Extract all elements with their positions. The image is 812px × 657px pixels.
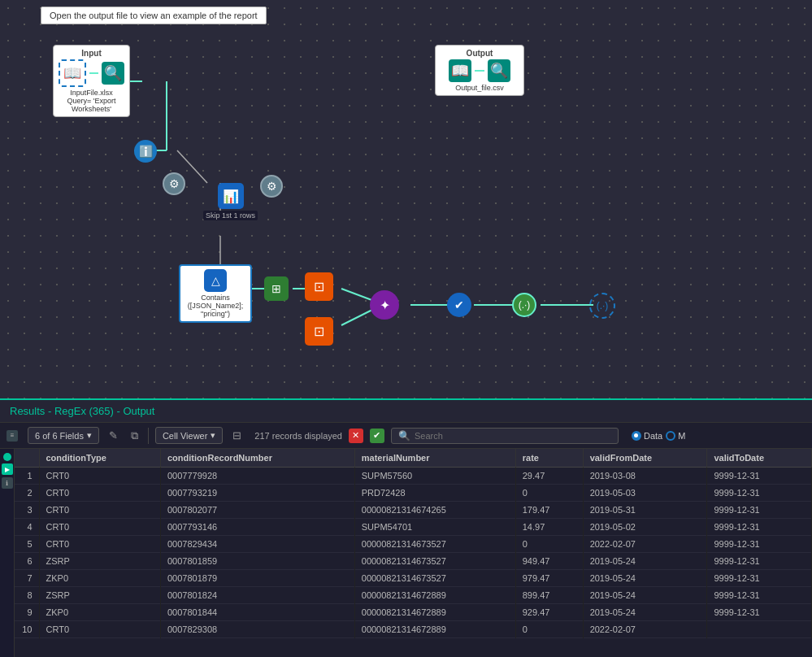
final-output-tool[interactable]: (.·) bbox=[589, 293, 615, 319]
cell-value: 2019-05-03 bbox=[583, 485, 707, 502]
output-node[interactable]: Output 📖 🔍 Output_file.csv bbox=[435, 45, 524, 96]
output-formula[interactable]: (.·) bbox=[512, 293, 536, 317]
copy-icon-btn[interactable]: ⧉ bbox=[128, 428, 141, 444]
settings-tool[interactable]: ⚙ bbox=[260, 175, 283, 198]
results-table-wrap[interactable]: conditionType conditionRecordNumber mate… bbox=[15, 449, 812, 657]
fields-label: 6 of 6 Fields bbox=[35, 431, 84, 441]
col-conditionrecord[interactable]: conditionRecordNumber bbox=[160, 449, 354, 468]
cell-value: 2019-05-31 bbox=[583, 502, 707, 519]
m-radio-label: M bbox=[678, 431, 685, 441]
col-conditiontype[interactable]: conditionType bbox=[39, 449, 160, 468]
cell-value: 9999-12-31 bbox=[707, 502, 812, 519]
join-tool[interactable]: ✦ bbox=[370, 290, 399, 320]
cell-value: 2019-03-08 bbox=[583, 468, 707, 485]
filter-icon-btn[interactable]: ⊟ bbox=[229, 428, 245, 443]
cell-value: 2019-05-24 bbox=[583, 587, 707, 604]
cell-value: 179.47 bbox=[515, 502, 583, 519]
row-number: 3 bbox=[15, 502, 39, 519]
table-tool[interactable]: ⊞ bbox=[264, 276, 289, 301]
col-materialnumber[interactable]: materialNumber bbox=[354, 449, 515, 468]
cell-value: 0007793219 bbox=[160, 485, 354, 502]
cell-value: 2022-02-07 bbox=[583, 536, 707, 553]
cell-value bbox=[707, 621, 812, 638]
table-row: 9ZKP0000780184400000821314672889929.4720… bbox=[15, 604, 812, 621]
table-row: 4CRT00007793146SUPM5470114.972019-05-029… bbox=[15, 519, 812, 536]
toolbar-separator-1 bbox=[148, 428, 149, 444]
table-row: 5CRT000078294340000082131467352702022-02… bbox=[15, 536, 812, 553]
row-number: 5 bbox=[15, 536, 39, 553]
cell-value: 0 bbox=[515, 621, 583, 638]
cell-value: 0007829434 bbox=[160, 536, 354, 553]
cell-value: 2022-02-07 bbox=[583, 621, 707, 638]
table-row: 1CRT00007779928SUPM5756029.472019-03-089… bbox=[15, 468, 812, 485]
cell-viewer-button[interactable]: Cell Viewer ▾ bbox=[155, 427, 223, 444]
cell-value: SUPM57560 bbox=[354, 468, 515, 485]
cell-value: 949.47 bbox=[515, 553, 583, 570]
workflow-canvas: Open the output file to view an example … bbox=[0, 0, 812, 398]
cell-value: 00000821314674265 bbox=[354, 502, 515, 519]
cell-value: ZSRP bbox=[39, 587, 160, 604]
m-radio bbox=[666, 431, 675, 441]
fields-button[interactable]: 6 of 6 Fields ▾ bbox=[28, 427, 99, 444]
formula-tool-2[interactable]: ⊡ bbox=[305, 317, 333, 346]
cell-value: 0007801824 bbox=[160, 587, 354, 604]
row-number: 6 bbox=[15, 553, 39, 570]
table-header-row: conditionType conditionRecordNumber mate… bbox=[15, 449, 812, 468]
cell-value: SUPM54701 bbox=[354, 519, 515, 536]
cell-value: CRT0 bbox=[39, 502, 160, 519]
col-record bbox=[15, 449, 39, 468]
results-body: ▶ ℹ conditionType conditionRecordNumber … bbox=[0, 449, 812, 657]
cell-value: 00000821314672889 bbox=[354, 587, 515, 604]
confirm-button[interactable]: ✔ bbox=[370, 429, 384, 443]
cell-value: 9999-12-31 bbox=[707, 604, 812, 621]
cell-value: ZKP0 bbox=[39, 604, 160, 621]
svg-line-9 bbox=[341, 309, 374, 325]
results-panel: Results - RegEx (365) - Output ≡ 6 of 6 … bbox=[0, 398, 812, 657]
cell-value: 9999-12-31 bbox=[707, 587, 812, 604]
col-rate[interactable]: rate bbox=[515, 449, 583, 468]
data-radio-option[interactable]: Data bbox=[632, 431, 662, 441]
edit-icon-btn[interactable]: ✎ bbox=[106, 428, 121, 443]
validate-tool[interactable]: ✔ bbox=[447, 293, 471, 317]
results-header: Results - RegEx (365) - Output bbox=[0, 400, 812, 423]
cell-value: 2019-05-02 bbox=[583, 519, 707, 536]
cell-value: 0007802077 bbox=[160, 502, 354, 519]
skip-rows-tool[interactable]: 📊 Skip 1st 1 rows bbox=[203, 183, 258, 220]
cancel-button[interactable]: ✕ bbox=[349, 429, 363, 443]
cell-value: CRT0 bbox=[39, 485, 160, 502]
formula-tool-1[interactable]: ⊡ bbox=[305, 272, 333, 301]
cell-value: 2019-05-24 bbox=[583, 570, 707, 587]
data-radio-label: Data bbox=[644, 431, 662, 441]
cell-value: 929.47 bbox=[515, 604, 583, 621]
cell-value: 0007779928 bbox=[160, 468, 354, 485]
cell-value: CRT0 bbox=[39, 621, 160, 638]
col-validfrom[interactable]: validFromDate bbox=[583, 449, 707, 468]
cell-value: 9999-12-31 bbox=[707, 485, 812, 502]
m-radio-option[interactable]: M bbox=[666, 431, 685, 441]
cell-value: 00000821314673527 bbox=[354, 570, 515, 587]
search-box[interactable]: 🔍 bbox=[391, 428, 619, 444]
cell-viewer-chevron: ▾ bbox=[211, 430, 215, 441]
input-file-icon: 📖 bbox=[59, 59, 86, 87]
info-tool[interactable]: ℹ️ bbox=[134, 140, 157, 163]
cell-value: 899.47 bbox=[515, 587, 583, 604]
cell-value: 9999-12-31 bbox=[707, 570, 812, 587]
input-browse-icon: 🔍 bbox=[102, 62, 124, 85]
search-input[interactable] bbox=[415, 431, 611, 441]
row-number: 10 bbox=[15, 621, 39, 638]
cell-value: PRD72428 bbox=[354, 485, 515, 502]
cell-value: 0007801879 bbox=[160, 570, 354, 587]
table-row: 8ZSRP000780182400000821314672889899.4720… bbox=[15, 587, 812, 604]
cell-value: 0 bbox=[515, 485, 583, 502]
sidebar-active-icon[interactable]: ▶ bbox=[2, 463, 13, 475]
col-validto[interactable]: validToDate bbox=[707, 449, 812, 468]
cell-value: 29.47 bbox=[515, 468, 583, 485]
config-tool[interactable]: ⚙ bbox=[163, 172, 185, 195]
contains-node[interactable]: △ Contains([JSON_Name2];"pricing") bbox=[179, 264, 252, 323]
sidebar-info-icon[interactable]: ℹ bbox=[2, 477, 13, 489]
tooltip-box: Open the output file to view an example … bbox=[41, 7, 267, 24]
sidebar-menu-icon[interactable]: ≡ bbox=[7, 430, 18, 442]
input-node[interactable]: Input 📖 🔍 InputFile.xlsxQuery= 'ExportWo… bbox=[53, 45, 130, 117]
row-number: 2 bbox=[15, 485, 39, 502]
chevron-down-icon: ▾ bbox=[87, 430, 92, 441]
